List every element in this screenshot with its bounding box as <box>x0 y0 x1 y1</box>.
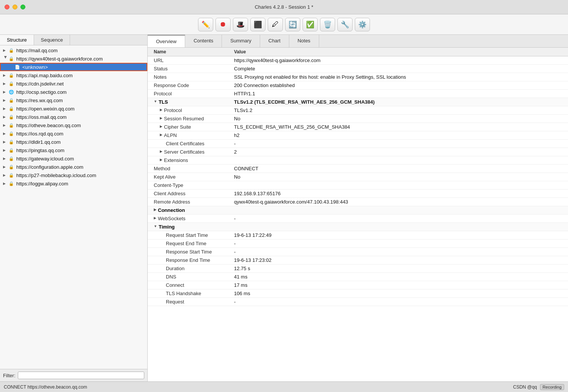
list-item[interactable]: ▶ 🔒 https://dldir1.qq.com <box>0 138 147 146</box>
row-name: Request <box>148 298 231 306</box>
lock-icon: 🔒 <box>8 56 14 62</box>
row-value: 17 ms <box>231 281 568 289</box>
expand-arrow: ▶ <box>3 98 8 102</box>
list-item[interactable]: ▶ 🌐 http://ocsp.sectigo.com <box>0 88 147 96</box>
col-name-header: Name <box>148 48 231 56</box>
list-item[interactable]: ▶ 🔒 https://p27-mobilebackup.icloud.com <box>0 171 147 179</box>
expand-triangle: ▶ <box>160 108 162 112</box>
table-row-section[interactable]: ▼TLS TLSv1.2 (TLS_ECDHE_RSA_WITH_AES_256… <box>148 98 568 106</box>
lock-icon: 🔒 <box>8 122 14 128</box>
item-label: https://configuration.apple.com <box>16 164 144 170</box>
main-content: Structure Sequence ▶ 🔒 https://mail.qq.c… <box>0 35 568 381</box>
row-value: - <box>231 248 568 256</box>
expand-triangle: ▼ <box>154 100 157 103</box>
table-row-section[interactable]: ▶Connection <box>148 206 568 215</box>
expand-arrow: ▶ <box>3 148 8 152</box>
sidebar-list: ▶ 🔒 https://mail.qq.com ▶ 🔒 https://qywx… <box>0 45 147 369</box>
expand-triangle: ▶ <box>160 124 162 128</box>
basket-button[interactable]: 🗑️ <box>320 18 335 31</box>
list-item[interactable]: ▶ 🔒 https://configuration.apple.com <box>0 163 147 171</box>
statusbar: CONNECT https://otheve.beacon.qq.com CSD… <box>0 381 568 392</box>
sidebar-tabs: Structure Sequence <box>0 35 147 45</box>
list-item[interactable]: ▶ 🔒 https://loggw.alipay.com <box>0 179 147 188</box>
record-button[interactable]: ⏺ <box>215 18 231 31</box>
sidebar-tab-structure[interactable]: Structure <box>0 35 34 45</box>
maximize-button[interactable] <box>20 5 25 9</box>
table-row: Connect 17 ms <box>148 281 568 289</box>
list-item[interactable]: ▶ 🔒 https://qywx40test-q.gaiaworkforce.c… <box>0 54 147 63</box>
tab-overview[interactable]: Overview <box>148 35 185 47</box>
row-name: Protocol <box>148 90 231 98</box>
list-item[interactable]: ▶ 🔒 https://ios.rqd.qq.com <box>0 129 147 138</box>
stop-button[interactable]: ⬛ <box>250 18 265 31</box>
item-label: https://res.wx.qq.com <box>16 98 144 103</box>
gear-button[interactable]: ⚙️ <box>355 18 370 31</box>
filter-input[interactable] <box>18 372 145 379</box>
list-item[interactable]: ▶ 🔒 https://pingtas.qq.com <box>0 146 147 154</box>
item-label: https://cdn.jsdelivr.net <box>16 81 144 87</box>
expand-arrow: ▶ <box>3 107 8 110</box>
table-row-section[interactable]: ▼Timing <box>148 223 568 231</box>
row-value: TLSv1.2 (TLS_ECDHE_RSA_WITH_AES_256_GCM_… <box>231 98 568 106</box>
table-row: Client Address 192.168.9.137:65176 <box>148 190 568 198</box>
pen-button[interactable]: 🖊 <box>268 18 283 31</box>
table-row: Duration 12.75 s <box>148 264 568 273</box>
row-value <box>231 156 568 164</box>
list-item[interactable]: ▶ 🔒 https://mail.qq.com <box>0 46 147 54</box>
row-name: Method <box>148 165 231 173</box>
row-value: 41 ms <box>231 273 568 281</box>
table-row: ▶Extensions <box>148 156 568 165</box>
row-value <box>231 181 568 189</box>
row-value: https://qywx40test-q.gaiaworkforce.com <box>231 56 568 64</box>
lock-icon: 🔒 <box>8 114 14 120</box>
row-name: Request End Time <box>148 240 231 247</box>
minimize-button[interactable] <box>12 5 17 9</box>
sidebar: Structure Sequence ▶ 🔒 https://mail.qq.c… <box>0 35 148 381</box>
list-item[interactable]: ▶ 🔒 https://api.map.baidu.com <box>0 71 147 79</box>
row-name: Remote Address <box>148 198 231 206</box>
item-label: https://open.weixin.qq.com <box>16 106 144 112</box>
tab-contents[interactable]: Contents <box>185 35 222 47</box>
statusbar-right: CSDN @qq Recording <box>513 384 564 390</box>
row-value: qywx40test-q.gaiaworkforce.com/47.100.43… <box>231 198 568 206</box>
row-name: TLS Handshake <box>148 289 231 297</box>
expand-triangle: ▶ <box>160 116 162 120</box>
sidebar-filter: Filter: <box>0 369 147 381</box>
lock-icon: 🔒 <box>8 131 14 137</box>
lock-icon: 🔒 <box>8 172 14 178</box>
sidebar-tab-sequence[interactable]: Sequence <box>34 35 70 45</box>
row-value: - <box>231 215 568 222</box>
tab-summary[interactable]: Summary <box>222 35 260 47</box>
tools-button[interactable]: 🔧 <box>337 18 353 31</box>
row-name: ▼Timing <box>148 223 231 231</box>
list-item[interactable]: ▶ 🔒 https://open.weixin.qq.com <box>0 104 147 113</box>
check-button[interactable]: ✅ <box>303 18 318 31</box>
expand-arrow: ▶ <box>3 157 8 160</box>
expand-arrow: ▶ <box>3 115 8 119</box>
table-row: Notes SSL Proxying not enabled for this … <box>148 73 568 81</box>
refresh-button[interactable]: 🔄 <box>285 18 300 31</box>
expand-arrow: ▶ <box>3 82 8 86</box>
list-item-unknown[interactable]: 📄 <unknown> <box>0 63 147 71</box>
close-button[interactable] <box>5 5 9 9</box>
row-name: Duration <box>148 264 231 272</box>
lock-icon: 🔒 <box>8 147 14 153</box>
item-label: https://gateway.icloud.com <box>16 156 144 162</box>
row-value: TLSv1.2 <box>231 106 568 114</box>
row-name: URL <box>148 56 231 64</box>
row-value: 192.168.9.137:65176 <box>231 190 568 198</box>
list-item[interactable]: ▶ 🔒 https://res.wx.qq.com <box>0 96 147 104</box>
list-item[interactable]: ▶ 🔒 https://cdn.jsdelivr.net <box>0 79 147 88</box>
expand-triangle: ▶ <box>160 158 162 162</box>
table-row: ▶ALPN h2 <box>148 131 568 140</box>
table-row: Request End Time - <box>148 240 568 248</box>
list-item[interactable]: ▶ 🔒 https://gateway.icloud.com <box>0 154 147 163</box>
row-name: ▶Session Resumed <box>148 115 231 123</box>
tab-chart[interactable]: Chart <box>260 35 289 47</box>
tab-notes[interactable]: Notes <box>289 35 319 47</box>
pencil-button[interactable]: ✏️ <box>198 18 213 31</box>
list-item[interactable]: ▶ 🔒 https://otheve.beacon.qq.com <box>0 121 147 129</box>
list-item[interactable]: ▶ 🔒 https://oss.mail.qq.com <box>0 113 147 121</box>
item-label: https://oss.mail.qq.com <box>16 114 144 120</box>
hat-button[interactable]: 🎩 <box>233 18 248 31</box>
